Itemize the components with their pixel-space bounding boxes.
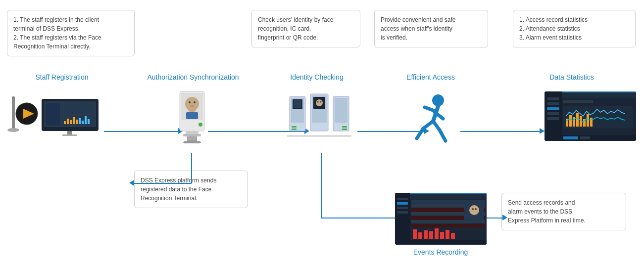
svg-rect-101: [424, 230, 428, 239]
svg-point-25: [190, 105, 194, 107]
svg-rect-19: [62, 134, 77, 136]
identity-check-callout: Check users' identity by face recognitio…: [251, 10, 360, 47]
svg-rect-15: [82, 121, 84, 124]
svg-rect-107: [410, 240, 487, 245]
identity-check-line3: fingerprint or QR code.: [258, 34, 318, 41]
identity-check-device: [287, 91, 351, 141]
svg-point-44: [320, 101, 322, 103]
svg-rect-100: [418, 232, 422, 239]
data-stats-callout: 1. Access record statistics 2. Attendanc…: [513, 10, 636, 47]
svg-rect-38: [292, 129, 297, 130]
svg-rect-30: [183, 134, 201, 136]
svg-rect-14: [79, 118, 81, 124]
svg-line-55: [417, 129, 423, 138]
svg-rect-7: [62, 103, 94, 114]
svg-rect-99: [413, 229, 417, 239]
svg-rect-12: [73, 117, 75, 124]
identity-check-line1: Check users' identity by face: [258, 16, 333, 23]
svg-point-23: [189, 101, 191, 103]
efficient-access-line3: is verified.: [381, 34, 407, 41]
svg-rect-102: [429, 231, 433, 239]
send-records-line1: Send access records and: [508, 199, 575, 206]
svg-rect-60: [547, 97, 559, 100]
send-records-line2: alarm events to the DSS: [508, 208, 572, 215]
svg-point-42: [316, 99, 323, 106]
svg-point-97: [472, 208, 474, 210]
identity-check-line2: recognition, IC card,: [258, 25, 311, 32]
data-stats-device: [545, 91, 636, 141]
svg-rect-70: [569, 115, 572, 127]
svg-rect-29: [186, 131, 198, 134]
svg-rect-27: [186, 112, 198, 119]
data-stats-line3: 3. Alarm event statistics: [519, 34, 582, 41]
svg-point-1: [7, 128, 19, 132]
arrow-auth-left: [129, 180, 134, 186]
staff-reg-line3: 2. The staff registers via the Face: [13, 34, 101, 41]
staff-registration-label: Staff Registration: [15, 73, 109, 81]
svg-rect-49: [287, 135, 351, 137]
arrow-4: [540, 128, 545, 134]
svg-rect-10: [67, 119, 69, 124]
efficient-access-line2: access when staff's identity: [381, 25, 452, 32]
svg-rect-46: [335, 98, 347, 123]
svg-rect-47: [342, 126, 347, 128]
v-line-auth: [191, 153, 192, 183]
svg-rect-11: [70, 120, 72, 124]
svg-point-98: [475, 208, 477, 210]
svg-rect-75: [587, 114, 589, 127]
svg-rect-67: [563, 100, 593, 103]
svg-rect-17: [88, 119, 90, 124]
v-line-events: [321, 153, 322, 218]
data-stats-line1: 1. Access record statistics: [519, 16, 588, 23]
svg-rect-83: [397, 202, 408, 205]
events-recording-device: [395, 193, 487, 245]
svg-rect-94: [411, 224, 485, 227]
svg-point-26: [188, 107, 196, 112]
svg-rect-37: [292, 126, 297, 128]
svg-rect-48: [342, 129, 347, 130]
h-line-auth: [134, 183, 192, 184]
svg-rect-18: [67, 131, 72, 135]
send-records-line3: Express Platform in real time.: [508, 217, 586, 224]
identity-checking-label: Identity Checking: [275, 73, 359, 81]
svg-rect-103: [435, 228, 439, 239]
svg-rect-0: [12, 96, 15, 129]
svg-rect-9: [64, 121, 66, 124]
send-records-callout: Send access records and alarm events to …: [501, 193, 626, 230]
svg-rect-72: [576, 113, 579, 127]
staff-reg-callout: 1. The staff registers in the client ter…: [7, 10, 135, 56]
svg-rect-66: [562, 91, 636, 92]
svg-rect-61: [547, 102, 559, 105]
arrow-send: [502, 215, 507, 220]
svg-rect-78: [563, 136, 578, 139]
svg-point-24: [194, 101, 196, 103]
auth-sync-device: [172, 89, 212, 138]
svg-rect-82: [397, 198, 408, 200]
data-statistics-label: Data Statistics: [537, 73, 606, 81]
svg-rect-16: [85, 116, 87, 124]
staff-reg-line4: Recognition Terminal directly.: [13, 43, 91, 50]
main-scene: 1. The staff registers in the client ter…: [0, 0, 644, 262]
svg-point-43: [317, 101, 319, 103]
data-stats-line2: 2. Attendance statistics: [519, 25, 580, 32]
h-line-events: [321, 218, 397, 218]
svg-rect-62: [547, 107, 559, 110]
auth-sync-line3: Recognition Terminal.: [141, 195, 198, 202]
svg-line-54: [423, 121, 433, 129]
svg-rect-36: [294, 100, 301, 108]
svg-rect-65: [562, 91, 636, 98]
svg-rect-13: [76, 120, 78, 124]
svg-rect-64: [547, 117, 559, 120]
svg-rect-6: [46, 103, 60, 126]
staff-reg-device: [7, 91, 106, 136]
svg-point-32: [183, 140, 201, 143]
connector-line-1: [104, 131, 181, 132]
auth-sync-line2: registered data to the Face: [141, 186, 211, 193]
efficient-access-callout: Provide convenient and safe access when …: [374, 10, 488, 47]
h-line-send: [485, 218, 505, 218]
svg-rect-105: [446, 230, 449, 239]
svg-point-96: [469, 205, 479, 215]
svg-rect-106: [451, 233, 455, 239]
efficient-access-line1: Provide convenient and safe: [381, 16, 455, 23]
events-recording-label: Events Recording: [391, 248, 490, 256]
